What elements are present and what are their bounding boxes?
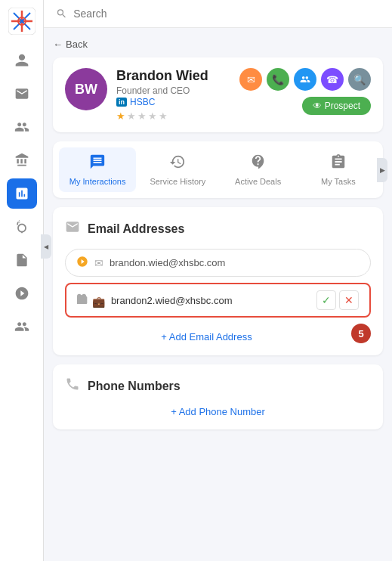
app-logo[interactable] [8,8,35,35]
phone-section-title: Phone Numbers [65,377,371,395]
add-email-link[interactable]: + Add Email Address [65,331,348,342]
phone-icon [65,377,80,395]
email-row-1-envelope-icon: ✉ [94,257,103,269]
star-4: ★ [148,110,157,122]
sidebar-item-email[interactable] [7,79,37,109]
email-action-icon[interactable]: ✉ [239,68,262,91]
tabs-scroll-right[interactable]: ▶ [377,158,387,182]
contact-card: BW Brandon Wied Founder and CEO in HSBC … [53,57,383,132]
edit-actions: ✓ ✕ [316,290,359,310]
notification-badge: 5 [351,324,371,343]
sidebar-item-deals[interactable] [7,212,37,242]
linkedin-badge: in [116,98,127,107]
search-icon [56,8,67,20]
sidebar-item-contacts[interactable] [7,45,37,76]
star-5: ★ [159,110,168,122]
email-section-title: Email Addresses [65,219,371,238]
contact-title: Founder and CEO [116,85,230,96]
tab-active-deals-label: Active Deals [235,177,281,186]
email-section-label: Email Addresses [88,222,184,236]
contact-name: Brandon Wied [116,68,230,84]
prospect-button[interactable]: 👁 Prospect [302,97,371,115]
contact-action-icon[interactable] [294,68,316,91]
email-row-2-input[interactable] [111,295,310,306]
tab-active-deals[interactable]: Active Deals [220,147,297,192]
email-row-2: 💼 ✓ ✕ [65,283,371,318]
action-icons-group: ✉ 📞 ☎ 🔍 [239,68,371,91]
contact-company[interactable]: in HSBC [116,97,230,107]
tab-my-interactions-label: My Interactions [69,177,126,186]
email-section: Email Addresses ✉ brandon.wied@xhsbc.com… [53,207,383,355]
sidebar-item-bank[interactable] [7,145,37,175]
sidebar-collapse-handle[interactable]: ◀ [41,234,51,259]
sidebar [0,0,44,561]
sidebar-item-users[interactable] [7,112,37,142]
sidebar-item-team[interactable] [7,278,37,308]
search-action-icon[interactable]: 🔍 [348,68,371,91]
eye-icon: 👁 [313,101,322,111]
contact-info: Brandon Wied Founder and CEO in HSBC ★ ★… [116,68,230,122]
sidebar-item-tasks[interactable] [7,245,37,275]
my-tasks-icon [330,153,347,174]
back-arrow-icon: ← [53,39,63,50]
contact-actions: ✉ 📞 ☎ 🔍 👁 Prospect [239,68,371,115]
active-deals-icon [250,153,267,174]
back-button[interactable]: ← Back [53,39,88,50]
star-2: ★ [127,110,136,122]
content-area: ← Back BW Brandon Wied Founder and CEO i… [44,28,392,561]
main-content: ← Back BW Brandon Wied Founder and CEO i… [44,0,392,561]
contact-rating: ★ ★ ★ ★ ★ [116,110,230,122]
service-history-icon [169,153,186,174]
search-bar [44,0,392,28]
phone-section: Phone Numbers + Add Phone Number [53,364,383,429]
my-interactions-icon [89,153,106,174]
email-row-1-contact-icon [76,256,88,270]
star-1: ★ [116,110,125,122]
tabs-container: My Interactions Service History Active D… [53,141,383,198]
cancel-edit-button[interactable]: ✕ [339,290,359,310]
avatar: BW [65,68,107,110]
sidebar-item-more[interactable] [7,311,37,342]
tab-my-tasks[interactable]: My Tasks [300,147,377,192]
email-row-1: ✉ brandon.wied@xhsbc.com [65,249,371,277]
email-row-1-value: brandon.wied@xhsbc.com [110,257,225,268]
company-name: HSBC [130,97,155,107]
tab-service-history-label: Service History [150,177,205,186]
confirm-edit-button[interactable]: ✓ [316,290,336,310]
tab-my-interactions[interactable]: My Interactions [59,147,136,192]
tab-my-tasks-label: My Tasks [321,177,356,186]
phone-action-icon[interactable]: 📞 [267,68,289,91]
add-phone-link[interactable]: + Add Phone Number [65,406,371,417]
envelope-icon [65,219,80,238]
tab-service-history[interactable]: Service History [139,147,216,192]
sidebar-item-analytics[interactable] [7,178,37,209]
back-label: Back [66,39,88,50]
phone-section-label: Phone Numbers [88,380,181,393]
star-3: ★ [137,110,147,122]
email-row-2-briefcase-icon: 💼 [77,293,105,308]
call-action-icon[interactable]: ☎ [321,68,344,91]
search-input[interactable] [73,8,380,20]
prospect-label: Prospect [325,101,360,111]
